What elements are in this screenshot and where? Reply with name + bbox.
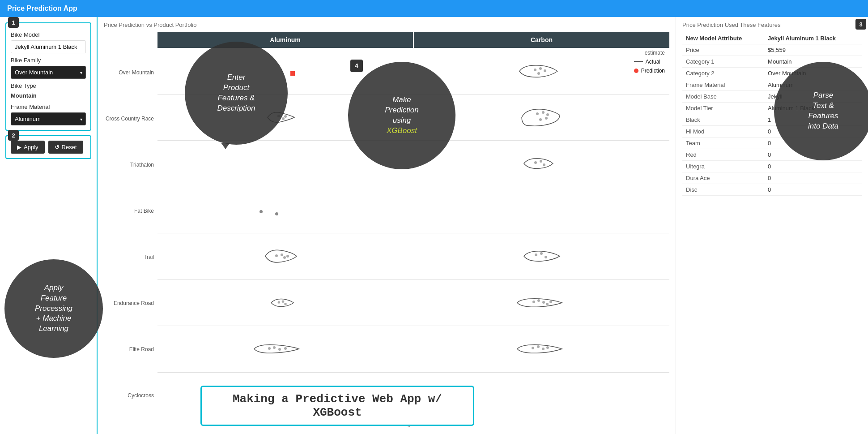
svg-point-33 (549, 301, 552, 303)
table-header-attr: New Model Attribute (682, 33, 764, 44)
step3-badge: 3 (855, 19, 866, 30)
table-cell-attr: Price (682, 44, 764, 56)
sidebar-section-inputs: 1 Bike Model Bike Family Over Mountain C… (5, 22, 91, 131)
bubble2-text: ApplyFeatureProcessing+ MachineLearning (35, 283, 72, 335)
estimate-label: estimate (645, 50, 665, 56)
svg-point-30 (537, 299, 540, 302)
xgboost-label: XGBoost (387, 126, 417, 135)
table-cell-attr: Black (682, 114, 764, 126)
col-header-aluminum: Aluminum (157, 32, 413, 48)
violin-triathalon-carbon (515, 152, 569, 175)
svg-point-31 (542, 301, 545, 304)
svg-point-18 (536, 112, 539, 115)
row-trail-aluminum (157, 233, 413, 279)
row-endurance-carbon (414, 279, 669, 326)
legend-actual: Actual (634, 59, 665, 65)
row-triathalon-carbon (414, 141, 669, 187)
svg-point-7 (277, 301, 280, 304)
dot-fat-bike-al2 (275, 212, 278, 215)
svg-point-28 (545, 256, 547, 258)
center-panel: Price Prediction vs Product Portfolio En… (98, 17, 676, 434)
y-label-fat-bike: Fat Bike (104, 208, 157, 214)
center-panel-title: Price Prediction vs Product Portfolio (104, 21, 669, 28)
bike-family-select-wrapper: Over Mountain Cross Country Trail Endura… (11, 66, 86, 79)
bubble1-text: EnterProductFeatures &Description (217, 73, 255, 114)
y-label-cyclocross: Cyclocross (104, 392, 157, 399)
right-panel-title: Price Prediction Used These Features (682, 21, 862, 28)
bubble-enter-features: EnterProductFeatures &Description (185, 42, 288, 145)
row-fat-bike-aluminum (157, 187, 413, 233)
legend-actual-label: Actual (646, 59, 660, 65)
bottom-banner-text: Making a Predictive Web App w/ XGBoost (233, 392, 442, 419)
bike-family-label: Bike Family (11, 57, 86, 64)
svg-point-29 (532, 301, 535, 303)
play-icon: ▶ (17, 144, 21, 150)
bike-model-label: Bike Model (11, 31, 86, 38)
bubble-make-prediction: MakePredictionusingXGBoost (348, 62, 455, 169)
y-label-over-mountain: Over Mountain (104, 69, 157, 76)
y-label-trail: Trail (104, 254, 157, 260)
violin-endurance-aluminum (261, 292, 310, 314)
bike-family-select[interactable]: Over Mountain Cross Country Trail Endura… (11, 66, 86, 79)
bubble-apply-feature: ApplyFeatureProcessing+ MachineLearning (4, 259, 103, 358)
svg-point-15 (539, 67, 542, 70)
frame-material-label: Frame Material (11, 103, 86, 110)
legend-prediction-dot (634, 69, 638, 73)
table-cell-attr: Red (682, 149, 764, 161)
row-elite-aluminum (157, 326, 413, 372)
svg-point-16 (544, 69, 546, 72)
apply-label: Apply (24, 144, 38, 150)
row-elite-carbon (414, 326, 669, 372)
row-endurance-aluminum (157, 279, 413, 326)
frame-material-select-wrapper: Aluminum Carbon ▾ (11, 112, 86, 125)
reset-label: Reset (62, 144, 77, 150)
table-cell-attr: Disc (682, 184, 764, 196)
svg-point-17 (537, 72, 540, 75)
y-label-endurance-road: Endurance Road (104, 300, 157, 306)
table-header-value: Jekyll Aluminum 1 Black (764, 33, 862, 44)
bottom-banner: Making a Predictive Web App w/ XGBoost (200, 386, 474, 426)
svg-point-10 (268, 347, 271, 350)
frame-material-select[interactable]: Aluminum Carbon (11, 112, 86, 125)
bike-model-input[interactable] (11, 40, 86, 53)
svg-point-5 (283, 256, 286, 259)
table-cell-attr: Frame Material (682, 79, 764, 91)
svg-point-13 (284, 347, 287, 350)
svg-point-32 (546, 303, 549, 305)
table-cell-value: 0 (764, 172, 862, 184)
table-cell-value: 0 (764, 184, 862, 196)
app-title: Price Prediction App (7, 4, 77, 13)
bike-type-label: Bike Type (11, 82, 86, 89)
prediction-dot-over-mountain (290, 71, 295, 76)
svg-point-22 (545, 117, 548, 120)
sidebar-section-actions: 2 ▶ Apply ↺ Reset (5, 135, 91, 159)
table-row: Disc0 (682, 184, 862, 196)
legend-prediction: Prediction (634, 68, 665, 74)
refresh-icon: ↺ (55, 144, 60, 150)
svg-point-23 (534, 161, 537, 164)
svg-point-8 (281, 300, 284, 303)
legend-actual-line (634, 61, 643, 62)
reset-button[interactable]: ↺ Reset (48, 141, 83, 154)
svg-point-12 (278, 348, 281, 351)
y-label-cross-country: Cross Country Race (104, 116, 157, 122)
y-label-elite-road: Elite Road (104, 346, 157, 352)
table-cell-attr: Category 1 (682, 56, 764, 68)
bubble4-text: MakePredictionusingXGBoost (385, 95, 419, 136)
sidebar: 1 Bike Model Bike Family Over Mountain C… (0, 17, 98, 434)
violin-elite-aluminum (250, 338, 321, 360)
y-label-triathalon: Triathalon (104, 162, 157, 168)
svg-point-25 (543, 163, 545, 166)
svg-point-36 (542, 348, 545, 350)
table-cell-attr: Model Base (682, 91, 764, 103)
violin-trail-aluminum (259, 245, 312, 267)
table-cell-attr: Model Tier (682, 103, 764, 114)
svg-point-26 (535, 254, 537, 256)
violin-over-mountain-carbon (513, 60, 571, 82)
step2-badge: 2 (8, 130, 19, 141)
svg-point-20 (546, 113, 549, 116)
legend-prediction-label: Prediction (641, 68, 665, 74)
row-trail-carbon (414, 233, 669, 279)
apply-button[interactable]: ▶ Apply (11, 141, 45, 154)
table-cell-attr: Category 2 (682, 68, 764, 79)
